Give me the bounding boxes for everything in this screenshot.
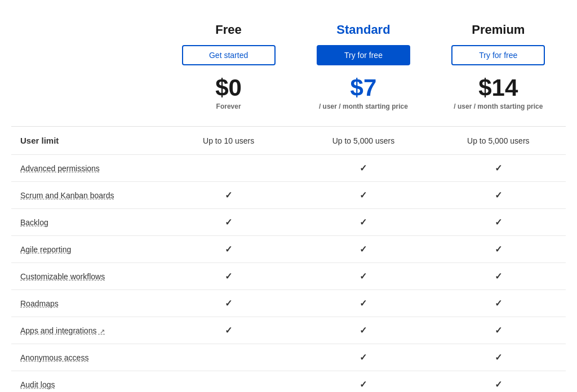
feature-cell-7: Apps and integrations ↗ xyxy=(11,317,161,344)
check-icon: ✓ xyxy=(359,244,367,254)
feature-2-standard: ✓ xyxy=(296,182,430,209)
feature-2-premium: ✓ xyxy=(431,182,566,209)
feature-8-premium: ✓ xyxy=(431,344,566,371)
feature-header xyxy=(11,11,161,127)
price-sub-standard: / user / month starting price xyxy=(305,103,421,110)
feature-5-free: ✓ xyxy=(161,263,296,290)
plan-header-free: Free Get started $0 Forever xyxy=(161,11,296,127)
feature-label-4[interactable]: Agile reporting xyxy=(20,245,71,254)
feature-0-standard: Up to 5,000 users xyxy=(296,127,430,155)
check-icon: ✓ xyxy=(359,380,367,389)
feature-cell-6: Roadmaps xyxy=(11,290,161,317)
check-icon: ✓ xyxy=(225,326,232,335)
feature-label-6[interactable]: Roadmaps xyxy=(20,299,59,308)
feature-label-2[interactable]: Scrum and Kanban boards xyxy=(20,191,114,200)
check-icon: ✓ xyxy=(495,217,502,227)
feature-cell-5: Customizable workflows xyxy=(11,263,161,290)
feature-0-premium: Up to 5,000 users xyxy=(431,127,566,155)
plan-name-standard: Standard xyxy=(305,23,421,37)
external-link-icon: ↗ xyxy=(98,328,105,335)
feature-9-standard: ✓ xyxy=(296,371,430,393)
feature-6-standard: ✓ xyxy=(296,290,430,317)
feature-cell-4: Agile reporting xyxy=(11,236,161,263)
check-icon: ✓ xyxy=(225,244,232,254)
feature-1-premium: ✓ xyxy=(431,155,566,182)
check-icon: ✓ xyxy=(359,217,367,227)
check-icon: ✓ xyxy=(495,299,502,308)
feature-9-free xyxy=(161,371,296,393)
feature-8-standard: ✓ xyxy=(296,344,430,371)
feature-3-premium: ✓ xyxy=(431,209,566,236)
feature-8-free xyxy=(161,344,296,371)
feature-1-standard: ✓ xyxy=(296,155,430,182)
check-icon: ✓ xyxy=(495,380,502,389)
check-icon: ✓ xyxy=(495,326,502,335)
feature-7-standard: ✓ xyxy=(296,317,430,344)
feature-label-3[interactable]: Backlog xyxy=(20,218,48,227)
feature-label-5[interactable]: Customizable workflows xyxy=(20,272,105,281)
feature-0-free: Up to 10 users xyxy=(161,127,296,155)
feature-7-premium: ✓ xyxy=(431,317,566,344)
plan-header-premium: Premium Try for free $14 / user / month … xyxy=(431,11,566,127)
check-icon: ✓ xyxy=(225,299,232,308)
check-icon: ✓ xyxy=(225,271,232,281)
try-free-standard-button[interactable]: Try for free xyxy=(317,45,410,65)
feature-label-8[interactable]: Anonymous access xyxy=(20,353,88,362)
plan-name-free: Free xyxy=(170,23,287,37)
check-icon: ✓ xyxy=(225,190,232,200)
feature-5-premium: ✓ xyxy=(431,263,566,290)
feature-label-9[interactable]: Audit logs xyxy=(20,380,55,389)
feature-6-premium: ✓ xyxy=(431,290,566,317)
feature-4-standard: ✓ xyxy=(296,236,430,263)
feature-label-1[interactable]: Advanced permissions xyxy=(20,164,100,173)
feature-cell-0: User limit xyxy=(11,127,161,155)
feature-cell-9: Audit logs xyxy=(11,371,161,393)
check-icon: ✓ xyxy=(495,163,502,173)
feature-4-free: ✓ xyxy=(161,236,296,263)
feature-cell-3: Backlog xyxy=(11,209,161,236)
feature-3-standard: ✓ xyxy=(296,209,430,236)
feature-5-standard: ✓ xyxy=(296,263,430,290)
feature-7-free: ✓ xyxy=(161,317,296,344)
feature-9-premium: ✓ xyxy=(431,371,566,393)
feature-1-free xyxy=(161,155,296,182)
user-limit-label: User limit xyxy=(20,136,59,145)
feature-cell-2: Scrum and Kanban boards xyxy=(11,182,161,209)
check-icon: ✓ xyxy=(359,326,367,335)
feature-6-free: ✓ xyxy=(161,290,296,317)
check-icon: ✓ xyxy=(359,190,367,200)
pricing-table: Free Get started $0 Forever Standard Try… xyxy=(0,0,577,392)
feature-cell-1: Advanced permissions xyxy=(11,155,161,182)
check-icon: ✓ xyxy=(359,163,367,173)
plan-name-premium: Premium xyxy=(440,23,557,37)
check-icon: ✓ xyxy=(495,271,502,281)
check-icon: ✓ xyxy=(495,244,502,254)
check-icon: ✓ xyxy=(359,271,367,281)
price-premium: $14 xyxy=(440,74,557,101)
feature-2-free: ✓ xyxy=(161,182,296,209)
check-icon: ✓ xyxy=(495,353,502,362)
price-sub-premium: / user / month starting price xyxy=(440,103,557,110)
feature-label-7[interactable]: Apps and integrations ↗ xyxy=(20,326,105,335)
try-free-premium-button[interactable]: Try for free xyxy=(451,45,545,65)
price-free: $0 xyxy=(170,74,287,101)
feature-3-free: ✓ xyxy=(161,209,296,236)
get-started-button[interactable]: Get started xyxy=(182,45,276,65)
check-icon: ✓ xyxy=(359,299,367,308)
feature-cell-8: Anonymous access xyxy=(11,344,161,371)
check-icon: ✓ xyxy=(225,217,232,227)
feature-4-premium: ✓ xyxy=(431,236,566,263)
price-standard: $7 xyxy=(305,74,421,101)
check-icon: ✓ xyxy=(495,190,502,200)
price-sub-free: Forever xyxy=(170,103,287,110)
check-icon: ✓ xyxy=(359,353,367,362)
plan-header-standard: Standard Try for free $7 / user / month … xyxy=(296,11,430,127)
